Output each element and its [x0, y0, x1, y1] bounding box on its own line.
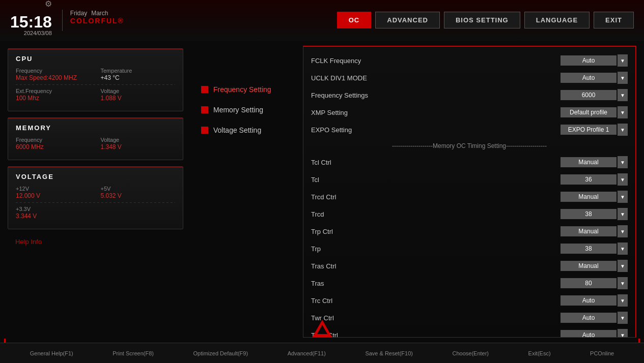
trp-ctrl-control[interactable]: Manual ▼: [561, 225, 628, 237]
trp-control[interactable]: 38 ▼: [561, 243, 628, 255]
triangle-logo-inner: [317, 325, 327, 334]
xmp-value: Default profile: [561, 107, 617, 117]
bottom-exit: Exit(Esc): [528, 350, 551, 356]
trp-ctrl-name: Trp Ctrl: [311, 228, 561, 235]
expo-value: EXPO Profile 1: [561, 125, 617, 135]
trcd-ctrl-value: Manual: [561, 192, 617, 202]
trcd-ctrl-name: Trcd Ctrl: [311, 193, 561, 201]
setting-row-uclk: UCLK DIV1 MODE Auto ▼: [303, 69, 635, 86]
nav-oc-button[interactable]: OC: [337, 12, 372, 28]
trcd-control[interactable]: 38 ▼: [561, 208, 628, 220]
day-name-2: March: [91, 10, 108, 17]
v12-value: 12.000 V: [16, 192, 91, 199]
fclk-name: FCLK Frequency: [311, 57, 561, 65]
bottom-choose: Choose(Enter): [452, 350, 489, 356]
freq-settings-dropdown[interactable]: ▼: [618, 89, 628, 101]
setting-nav-voltage[interactable]: Voltage Setting: [199, 122, 295, 138]
trc-ctrl-value: Auto: [561, 295, 617, 306]
tcl-dropdown[interactable]: ▼: [618, 173, 628, 186]
trp-ctrl-dropdown[interactable]: ▼: [618, 225, 628, 237]
setting-row-trcd: Trcd 38 ▼: [303, 205, 635, 223]
uclk-name: UCLK DIV1 MODE: [311, 74, 561, 82]
setting-row-fclk: FCLK Frequency Auto ▼: [303, 52, 635, 69]
tcl-control[interactable]: 36 ▼: [561, 173, 628, 186]
voltage-title: VOLTAGE: [16, 173, 175, 180]
nav-advanced-button[interactable]: ADVANCED: [375, 12, 440, 28]
fclk-value: Auto: [561, 55, 617, 66]
v33-value: 3.344 V: [16, 213, 175, 220]
nav-bios-setting-button[interactable]: BIOS SETTING: [444, 12, 520, 28]
setting-nav-frequency[interactable]: Frequency Setting: [199, 81, 295, 98]
cpu-temp-col: Temperature +43 °C: [101, 68, 176, 81]
trp-ctrl-value: Manual: [561, 226, 617, 236]
setting-row-trp: Trp 38 ▼: [303, 240, 635, 257]
tcl-ctrl-control[interactable]: Manual ▼: [561, 156, 628, 168]
voltage-nav-label: Voltage Setting: [213, 126, 261, 134]
timing-divider: --------------------Memory OC Timing Set…: [303, 138, 635, 154]
voltage-card: VOLTAGE +12V 12.000 V +5V 5.032 V +3.3V …: [8, 166, 183, 229]
trcd-dropdown[interactable]: ▼: [618, 208, 628, 220]
bottom-general-help: General Help(F1): [30, 350, 73, 356]
trfc1-ctrl-control[interactable]: Auto ▼: [561, 329, 628, 337]
xmp-control[interactable]: Default profile ▼: [561, 106, 628, 118]
cpu-freq-label: Frequency: [16, 68, 91, 74]
settings-content[interactable]: FCLK Frequency Auto ▼ UCLK DIV1 MODE Aut…: [303, 47, 635, 337]
setting-nav-memory[interactable]: Memory Setting: [199, 102, 295, 118]
memory-voltage-value: 1.348 V: [101, 143, 176, 150]
fclk-dropdown[interactable]: ▼: [618, 54, 628, 67]
tras-value: 80: [561, 278, 617, 288]
trfc1-ctrl-dropdown[interactable]: ▼: [618, 329, 628, 337]
bottom-logo: [312, 320, 332, 338]
cpu-freq-row: Frequency Max Speed:4200 MHZ Temperature…: [16, 68, 175, 81]
setting-row-tcl-ctrl: Tcl Ctrl Manual ▼: [303, 154, 635, 171]
trc-ctrl-name: Trc Ctrl: [311, 297, 561, 305]
twr-ctrl-dropdown[interactable]: ▼: [618, 312, 628, 324]
memory-row: Frequency 6000 MHz Voltage 1.348 V: [16, 137, 175, 150]
tras-dropdown[interactable]: ▼: [618, 277, 628, 289]
tras-ctrl-control[interactable]: Manual ▼: [561, 260, 628, 272]
tcl-ctrl-name: Tcl Ctrl: [311, 159, 561, 166]
memory-voltage-label: Voltage: [101, 137, 176, 143]
tcl-name: Tcl: [311, 176, 561, 184]
expo-control[interactable]: EXPO Profile 1 ▼: [561, 124, 628, 136]
trp-dropdown[interactable]: ▼: [618, 243, 628, 255]
trc-ctrl-dropdown[interactable]: ▼: [618, 294, 628, 307]
trc-ctrl-control[interactable]: Auto ▼: [561, 294, 628, 307]
nav-language-button[interactable]: LANGUAGE: [524, 12, 590, 28]
uclk-control[interactable]: Auto ▼: [561, 72, 628, 84]
memory-freq-label: Frequency: [16, 137, 91, 143]
memory-voltage-col: Voltage 1.348 V: [101, 137, 176, 150]
cpu-voltage-value: 1.088 V: [101, 95, 176, 102]
fclk-control[interactable]: Auto ▼: [561, 54, 628, 67]
xmp-dropdown[interactable]: ▼: [618, 106, 628, 118]
trfc1-ctrl-name: Trfc1 Ctrl: [311, 331, 561, 338]
main-content: CPU Frequency Max Speed:4200 MHZ Tempera…: [0, 41, 644, 343]
tcl-ctrl-dropdown[interactable]: ▼: [618, 156, 628, 168]
expo-dropdown[interactable]: ▼: [618, 124, 628, 136]
uclk-value: Auto: [561, 73, 617, 83]
bottom-bar: General Help(F1) Print Screen(F8) Optimi…: [0, 343, 644, 363]
cpu-voltage-label: Voltage: [101, 88, 176, 94]
twr-ctrl-control[interactable]: Auto ▼: [561, 312, 628, 324]
freq-settings-control[interactable]: 6000 ▼: [561, 89, 628, 101]
triangle-logo-outer: [312, 320, 332, 338]
trp-name: Trp: [311, 245, 561, 253]
frequency-nav-dot: [201, 86, 208, 93]
tras-ctrl-value: Manual: [561, 261, 617, 271]
tras-name: Tras: [311, 280, 561, 287]
bottom-save-reset: Save & Reset(F10): [365, 350, 413, 356]
v12-col: +12V 12.000 V: [16, 186, 91, 199]
trcd-ctrl-control[interactable]: Manual ▼: [561, 191, 628, 203]
v33-label: +3.3V: [16, 206, 175, 212]
frequency-nav-label: Frequency Setting: [213, 85, 271, 94]
uclk-dropdown[interactable]: ▼: [618, 72, 628, 84]
xmp-name: XMP Setting: [311, 109, 561, 116]
nav-exit-button[interactable]: EXIT: [594, 12, 634, 28]
trcd-ctrl-dropdown[interactable]: ▼: [618, 191, 628, 203]
tras-ctrl-dropdown[interactable]: ▼: [618, 260, 628, 272]
time-display: 15:18: [10, 14, 52, 30]
tras-control[interactable]: 80 ▼: [561, 277, 628, 289]
date-display: 2024/03/08: [24, 30, 52, 36]
memory-nav-label: Memory Setting: [213, 106, 263, 114]
memory-nav-dot: [201, 106, 208, 113]
